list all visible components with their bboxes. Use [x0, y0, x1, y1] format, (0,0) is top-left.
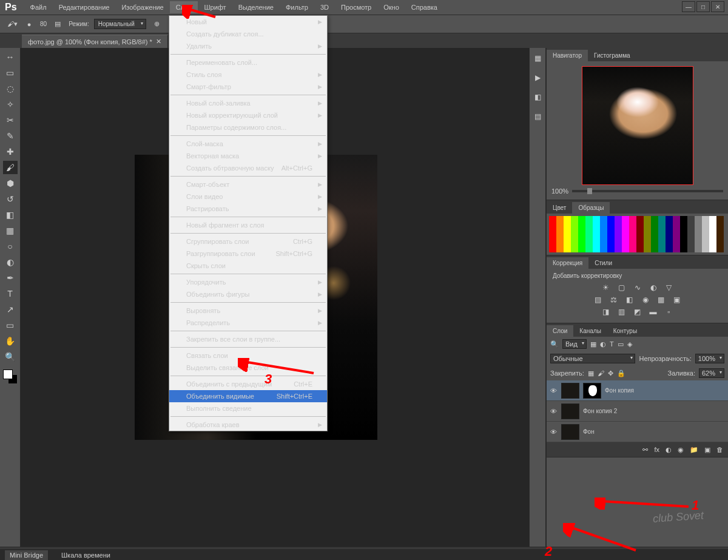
menu-редактирование[interactable]: Редактирование	[53, 1, 116, 13]
swatch-cell[interactable]	[564, 231, 571, 238]
menu-item[interactable]: Слои видео▶	[169, 191, 327, 203]
swatch-cell[interactable]	[600, 216, 607, 223]
swatch-cell[interactable]	[549, 245, 556, 252]
fill-input[interactable]: 62%	[699, 368, 724, 378]
swatch-cell[interactable]	[629, 238, 636, 245]
menu-item[interactable]: Объединить с предыдущимCtrl+E	[169, 378, 327, 390]
menu-справка[interactable]: Справка	[405, 1, 443, 13]
swatch-cell[interactable]	[564, 245, 571, 252]
visibility-icon[interactable]: 👁	[549, 408, 558, 415]
swatch-cell[interactable]	[695, 223, 702, 231]
panel-strip-icon[interactable]: ▤	[532, 111, 543, 122]
menu-item[interactable]: Смарт-объект▶	[169, 178, 327, 191]
filter-smart-icon[interactable]: ◈	[627, 340, 632, 348]
swatch-cell[interactable]	[702, 223, 709, 231]
minimize-button[interactable]: —	[682, 1, 695, 12]
tool-crop[interactable]: ✂	[3, 113, 18, 127]
swatch-cell[interactable]	[615, 245, 622, 252]
swatch-cell[interactable]	[687, 245, 695, 252]
maximize-button[interactable]: □	[696, 1, 710, 12]
tool-lasso[interactable]: ◌	[3, 82, 18, 95]
swatch-cell[interactable]	[593, 231, 600, 238]
swatch-cell[interactable]	[673, 223, 680, 231]
swatch-cell[interactable]	[578, 231, 585, 238]
swatch-cell[interactable]	[564, 223, 571, 231]
swatch-cell[interactable]	[556, 238, 564, 245]
layer-thumbnail[interactable]	[561, 424, 579, 440]
swatch-cell[interactable]	[593, 238, 600, 245]
swatch-cell[interactable]	[644, 216, 651, 223]
panel-strip-icon[interactable]: ◧	[532, 92, 543, 103]
adj-selective-icon[interactable]: ▫	[664, 307, 674, 317]
swatch-cell[interactable]	[658, 238, 666, 245]
tool-blur[interactable]: ○	[3, 240, 18, 253]
tab-paths[interactable]: Контуры	[607, 325, 643, 337]
tool-heal[interactable]: ✚	[3, 145, 18, 158]
swatch-cell[interactable]	[571, 238, 578, 245]
swatch-cell[interactable]	[673, 238, 680, 245]
swatch-cell[interactable]	[680, 223, 687, 231]
swatch-cell[interactable]	[687, 223, 695, 231]
swatch-cell[interactable]	[680, 231, 687, 238]
swatch-cell[interactable]	[607, 238, 615, 245]
swatch-cell[interactable]	[716, 238, 724, 245]
menu-item[interactable]: Векторная маска▶	[169, 150, 327, 162]
swatch-cell[interactable]	[629, 223, 636, 231]
swatch-cell[interactable]	[636, 231, 644, 238]
menu-фильтр[interactable]: Фильтр	[280, 1, 314, 13]
swatch-cell[interactable]	[673, 216, 680, 223]
swatch-cell[interactable]	[578, 238, 585, 245]
swatch-cell[interactable]	[709, 216, 716, 223]
swatch-cell[interactable]	[644, 223, 651, 231]
swatches-grid[interactable]	[549, 216, 726, 252]
lock-all-icon[interactable]: 🔒	[617, 369, 625, 377]
swatch-cell[interactable]	[622, 231, 629, 238]
adj-curves-icon[interactable]: ∿	[633, 283, 642, 292]
layer-row[interactable]: 👁Фон копия 2	[547, 401, 728, 422]
tool-move[interactable]: ↔	[3, 50, 18, 64]
blend-mode-select[interactable]: Нормальный	[94, 19, 146, 29]
tool-stamp[interactable]: ⬢	[3, 177, 18, 190]
menu-item[interactable]: Создать дубликат слоя...	[169, 28, 327, 40]
swatch-cell[interactable]	[607, 245, 615, 252]
swatch-cell[interactable]	[644, 245, 651, 252]
adj-photo-icon[interactable]: ◉	[641, 295, 650, 305]
menu-item[interactable]: Удалить▶	[169, 40, 327, 52]
swatch-cell[interactable]	[607, 216, 615, 223]
menu-item[interactable]: Новый корректирующий слой▶	[169, 109, 327, 121]
menu-item[interactable]: Объединить видимыеShift+Ctrl+E	[169, 390, 327, 402]
tool-gradient[interactable]: ▦	[3, 224, 18, 237]
swatch-cell[interactable]	[716, 216, 724, 223]
swatch-cell[interactable]	[571, 231, 578, 238]
tab-styles[interactable]: Стили	[588, 257, 618, 269]
swatch-cell[interactable]	[622, 238, 629, 245]
swatch-cell[interactable]	[658, 231, 666, 238]
swatch-cell[interactable]	[593, 223, 600, 231]
swatch-cell[interactable]	[629, 245, 636, 252]
swatch-cell[interactable]	[702, 245, 709, 252]
swatch-cell[interactable]	[578, 216, 585, 223]
swatch-cell[interactable]	[636, 216, 644, 223]
swatch-cell[interactable]	[585, 216, 593, 223]
swatch-cell[interactable]	[622, 223, 629, 231]
swatch-cell[interactable]	[716, 245, 724, 252]
swatch-cell[interactable]	[666, 231, 673, 238]
tool-hand[interactable]: ✋	[3, 334, 18, 348]
swatch-cell[interactable]	[673, 245, 680, 252]
swatch-cell[interactable]	[549, 231, 556, 238]
swatch-cell[interactable]	[651, 216, 658, 223]
swatch-cell[interactable]	[571, 245, 578, 252]
tool-brush[interactable]: 🖌	[3, 161, 18, 174]
new-adjustment-icon[interactable]: ◉	[678, 446, 684, 454]
swatch-cell[interactable]	[687, 231, 695, 238]
swatch-cell[interactable]	[622, 216, 629, 223]
swatch-cell[interactable]	[687, 238, 695, 245]
lock-position-icon[interactable]: ✥	[608, 369, 613, 377]
swatch-cell[interactable]	[600, 245, 607, 252]
swatch-cell[interactable]	[571, 216, 578, 223]
adj-invert-icon[interactable]: ◨	[601, 307, 611, 317]
link-layers-icon[interactable]: ⚯	[642, 446, 648, 454]
visibility-icon[interactable]: 👁	[549, 387, 558, 394]
menu-окно[interactable]: Окно	[377, 1, 405, 13]
swatch-cell[interactable]	[585, 238, 593, 245]
